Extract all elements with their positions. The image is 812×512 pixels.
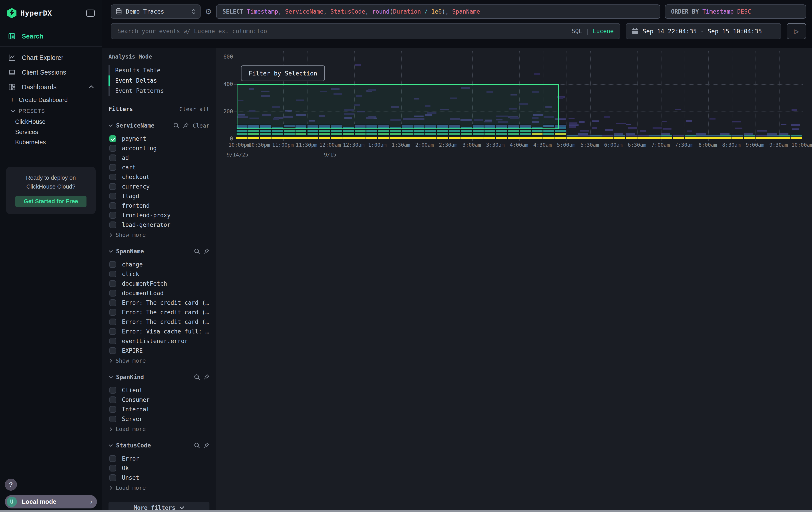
horizontal-scrollbar[interactable] <box>0 510 812 512</box>
filter-option-row[interactable]: click <box>109 269 209 279</box>
filter-option-row[interactable]: load-generator <box>109 220 209 230</box>
filter-option-row[interactable]: ad <box>109 153 209 162</box>
source-select[interactable]: Demo Traces <box>111 4 201 19</box>
checkbox[interactable] <box>109 173 116 180</box>
checkbox[interactable] <box>109 221 116 228</box>
checkbox[interactable] <box>109 347 116 354</box>
checkbox[interactable] <box>109 290 116 297</box>
help-button[interactable]: ? <box>5 479 17 491</box>
filter-option-row[interactable]: flagd <box>109 191 209 201</box>
search-icon[interactable] <box>194 248 200 254</box>
checkbox[interactable] <box>109 319 116 325</box>
checkbox[interactable] <box>109 465 116 471</box>
filter-option-row[interactable]: checkout <box>109 172 209 182</box>
search-icon[interactable] <box>194 374 200 380</box>
lucene-toggle[interactable]: Lucene <box>593 28 614 34</box>
filter-option-row[interactable]: Ok <box>109 463 209 473</box>
filter-option-row[interactable]: Error: The credit card (… <box>109 317 209 327</box>
sidebar-item-search[interactable]: Search <box>0 29 102 44</box>
filter-group-header[interactable]: StatusCode <box>109 442 209 449</box>
filter-option-row[interactable]: Error <box>109 454 209 463</box>
selection-rectangle[interactable] <box>237 84 559 129</box>
checkbox[interactable] <box>109 212 116 219</box>
checkbox[interactable] <box>109 280 116 287</box>
filter-option-row[interactable]: Consumer <box>109 395 209 404</box>
preset-dashboard-link[interactable]: ClickHouse <box>0 117 102 127</box>
checkbox[interactable] <box>109 415 116 422</box>
orderby-box[interactable]: ORDER BY Timestamp DESC <box>665 4 806 19</box>
checkbox[interactable] <box>109 183 116 190</box>
filter-option-row[interactable]: change <box>109 260 209 269</box>
brand-logo[interactable]: HyperDX <box>7 8 52 18</box>
date-range-picker[interactable]: Sep 14 22:04:35 - Sep 15 10:04:35 <box>626 23 781 39</box>
search-input[interactable] <box>117 28 568 34</box>
analysis-mode-item[interactable]: Event Patterns <box>109 86 209 96</box>
checkbox[interactable] <box>109 164 116 171</box>
pin-icon[interactable] <box>203 442 209 449</box>
gear-icon[interactable]: ⚙ <box>205 7 212 16</box>
checkbox[interactable] <box>109 271 116 277</box>
checkbox[interactable] <box>109 155 116 161</box>
checkbox[interactable] <box>109 455 116 462</box>
filter-option-row[interactable]: accounting <box>109 143 209 153</box>
checkbox[interactable] <box>109 261 116 268</box>
checkbox[interactable] <box>109 135 116 142</box>
checkbox[interactable] <box>109 475 116 481</box>
filter-option-row[interactable]: currency <box>109 182 209 191</box>
filter-option-row[interactable]: frontend <box>109 201 209 210</box>
filter-option-row[interactable]: Error: Visa cache full: … <box>109 327 209 336</box>
checkbox[interactable] <box>109 397 116 403</box>
create-dashboard-button[interactable]: + Create Dashboard <box>0 95 102 106</box>
filter-group-header[interactable]: ServiceNameClear <box>109 122 209 129</box>
preset-dashboard-link[interactable]: Kubernetes <box>0 137 102 147</box>
filter-option-row[interactable]: Server <box>109 414 209 424</box>
analysis-mode-item[interactable]: Results Table <box>109 65 209 76</box>
filter-group-header[interactable]: SpanName <box>109 248 209 255</box>
filter-option-row[interactable]: EXPIRE <box>109 346 209 355</box>
user-menu-button[interactable]: U Local mode › <box>5 495 97 508</box>
filter-option-row[interactable]: Unset <box>109 473 209 482</box>
sidebar-collapse-icon[interactable] <box>86 9 95 17</box>
checkbox[interactable] <box>109 193 116 199</box>
show-more-button[interactable]: Load more <box>109 426 209 432</box>
show-more-button[interactable]: Load more <box>109 485 209 491</box>
checkbox[interactable] <box>109 328 116 335</box>
filter-option-row[interactable]: cart <box>109 162 209 172</box>
pin-icon[interactable] <box>203 374 209 380</box>
checkbox[interactable] <box>109 203 116 209</box>
analysis-mode-item[interactable]: Event Deltas <box>109 76 209 86</box>
show-more-button[interactable]: Show more <box>109 357 209 364</box>
checkbox[interactable] <box>109 406 116 413</box>
filter-option-row[interactable]: Client <box>109 385 209 395</box>
sql-toggle[interactable]: SQL <box>572 28 582 34</box>
checkbox[interactable] <box>109 338 116 344</box>
select-query-box[interactable]: SELECT Timestamp, ServiceName, StatusCod… <box>216 4 660 19</box>
filter-group-header[interactable]: SpanKind <box>109 374 209 380</box>
sidebar-item-chart-explorer[interactable]: Chart Explorer <box>0 50 102 65</box>
filter-by-selection-button[interactable]: Filter by Selection <box>241 65 325 81</box>
pin-icon[interactable] <box>182 123 189 129</box>
filter-option-row[interactable]: frontend-proxy <box>109 210 209 220</box>
clear-all-button[interactable]: Clear all <box>179 106 209 112</box>
filter-option-row[interactable]: documentFetch <box>109 279 209 288</box>
preset-dashboard-link[interactable]: Services <box>0 127 102 137</box>
get-started-button[interactable]: Get Started for Free <box>15 196 86 207</box>
search-icon[interactable] <box>194 442 200 449</box>
checkbox[interactable] <box>109 145 116 152</box>
presets-toggle[interactable]: PRESETS <box>0 106 102 117</box>
sidebar-item-dashboards[interactable]: Dashboards <box>0 80 102 95</box>
show-more-button[interactable]: Show more <box>109 232 209 238</box>
filter-option-row[interactable]: Error: The credit card (… <box>109 307 209 317</box>
checkbox[interactable] <box>109 309 116 316</box>
sidebar-item-client-sessions[interactable]: Client Sessions <box>0 65 102 80</box>
pin-icon[interactable] <box>203 248 209 254</box>
clear-group-button[interactable]: Clear <box>193 123 209 129</box>
checkbox[interactable] <box>109 299 116 306</box>
filter-option-row[interactable]: documentLoad <box>109 288 209 298</box>
checkbox[interactable] <box>109 387 116 394</box>
filter-option-row[interactable]: Internal <box>109 404 209 414</box>
heatmap-plot[interactable]: Filter by Selection <box>236 51 803 139</box>
run-query-button[interactable]: ▷ <box>787 23 806 39</box>
filter-option-row[interactable]: payment <box>109 134 209 143</box>
filter-option-row[interactable]: Error: The credit card (… <box>109 298 209 307</box>
